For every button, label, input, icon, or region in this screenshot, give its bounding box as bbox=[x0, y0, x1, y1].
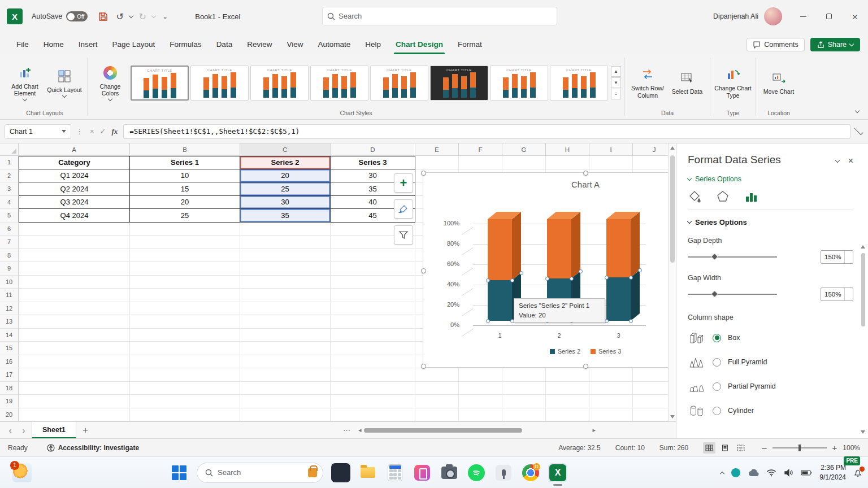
chart-plot-area[interactable]: 0%20%40%60%80%100%123 bbox=[423, 173, 676, 367]
legend-item-series-3[interactable]: Series 3 bbox=[591, 348, 621, 355]
battery-icon[interactable] bbox=[801, 469, 812, 476]
cell-D16[interactable] bbox=[331, 355, 415, 369]
series3-segment[interactable] bbox=[488, 219, 512, 280]
cell-B2[interactable]: 10 bbox=[130, 169, 240, 183]
cell-G1[interactable] bbox=[502, 156, 546, 169]
undo-button[interactable]: ↺ bbox=[112, 9, 127, 24]
shape-option-cylinder[interactable]: Cylinder bbox=[688, 403, 853, 419]
cell-A2[interactable]: Q1 2024 bbox=[19, 169, 130, 183]
row-header-19[interactable]: 19 bbox=[0, 395, 19, 408]
sheet-nav-right-icon[interactable]: › bbox=[18, 425, 29, 435]
taskbar-chrome[interactable]: D bbox=[521, 463, 540, 482]
series3-segment[interactable] bbox=[606, 219, 631, 277]
cell-B8[interactable] bbox=[130, 249, 240, 263]
cell-D15[interactable] bbox=[331, 342, 415, 355]
gallery-scroll-up-button[interactable]: ▲ bbox=[611, 66, 621, 77]
cell-B15[interactable] bbox=[130, 342, 240, 355]
scroll-left-icon[interactable]: ◂ bbox=[358, 426, 362, 434]
status-count[interactable]: Count: 10 bbox=[615, 444, 645, 452]
clock[interactable]: 2:36 PM 9/1/2024 bbox=[819, 463, 846, 481]
radio-cylinder[interactable] bbox=[713, 407, 721, 415]
legend-item-series-2[interactable]: Series 2 bbox=[550, 348, 580, 355]
chart-style-2[interactable]: Chart Title bbox=[190, 66, 249, 101]
cell-E19[interactable] bbox=[415, 395, 459, 408]
ribbon-tab-automate[interactable]: Automate bbox=[310, 36, 358, 54]
cell-A11[interactable] bbox=[19, 289, 130, 302]
collapse-ribbon-icon[interactable] bbox=[855, 108, 860, 113]
wifi-icon[interactable] bbox=[766, 469, 776, 477]
column-header-B[interactable]: B bbox=[130, 143, 240, 156]
cell-A4[interactable]: Q3 2024 bbox=[19, 196, 130, 210]
onedrive-icon[interactable] bbox=[748, 469, 759, 477]
zoom-in-icon[interactable]: + bbox=[832, 443, 837, 452]
cell-A14[interactable] bbox=[19, 329, 130, 342]
avatar[interactable] bbox=[764, 7, 782, 25]
row-header-20[interactable]: 20 bbox=[0, 408, 19, 422]
undo-dropdown-icon[interactable] bbox=[129, 13, 133, 18]
shape-option-full-pyramid[interactable]: Full Pyramid bbox=[688, 354, 853, 370]
cell-A9[interactable] bbox=[19, 262, 130, 276]
row-header-8[interactable]: 8 bbox=[0, 249, 19, 263]
chart-selection-handle[interactable] bbox=[583, 364, 588, 369]
cell-A1[interactable]: Category bbox=[19, 156, 130, 169]
cell-I19[interactable] bbox=[589, 395, 633, 408]
series2-segment[interactable] bbox=[606, 277, 631, 321]
gap-depth-slider[interactable] bbox=[688, 253, 777, 261]
cell-A12[interactable] bbox=[19, 302, 130, 316]
save-button[interactable] bbox=[96, 9, 110, 24]
row-header-1[interactable]: 1 bbox=[0, 156, 19, 169]
comments-button[interactable]: Comments bbox=[747, 38, 804, 51]
cell-C12[interactable] bbox=[240, 302, 331, 316]
cell-C19[interactable] bbox=[240, 395, 331, 408]
switch-row-column-button[interactable]: Switch Row/ Column bbox=[628, 64, 667, 101]
ribbon-tab-home[interactable]: Home bbox=[36, 36, 71, 54]
row-header-7[interactable]: 7 bbox=[0, 236, 19, 249]
section-series-options[interactable]: Series Options bbox=[688, 218, 853, 226]
row-header-13[interactable]: 13 bbox=[0, 315, 19, 329]
taskbar-camera[interactable] bbox=[440, 463, 459, 482]
row-header-5[interactable]: 5 bbox=[0, 209, 19, 223]
cell-B4[interactable]: 20 bbox=[130, 196, 240, 210]
chart-style-6[interactable]: Chart Title bbox=[430, 66, 488, 101]
redo-button[interactable]: ↻ bbox=[135, 9, 150, 24]
row-header-6[interactable]: 6 bbox=[0, 223, 19, 236]
series-options-icon[interactable] bbox=[744, 190, 758, 205]
chart-selection-handle[interactable] bbox=[583, 171, 588, 176]
row-header-15[interactable]: 15 bbox=[0, 342, 19, 355]
cell-B6[interactable] bbox=[130, 223, 240, 236]
row-header-9[interactable]: 9 bbox=[0, 262, 19, 276]
row-header-3[interactable]: 3 bbox=[0, 182, 19, 196]
sheet-nav-left-icon[interactable]: ‹ bbox=[5, 425, 16, 435]
gallery-scroll-down-button[interactable]: ▼ bbox=[611, 77, 621, 88]
chart-column-3[interactable] bbox=[606, 212, 640, 321]
row-header-17[interactable]: 17 bbox=[0, 368, 19, 382]
taskbar-app-terminal[interactable] bbox=[331, 463, 350, 482]
panel-nav-series-options[interactable]: Series Options bbox=[688, 175, 853, 183]
series2-segment[interactable] bbox=[488, 280, 512, 321]
cell-E1[interactable] bbox=[415, 156, 459, 169]
cell-B12[interactable] bbox=[130, 302, 240, 316]
cell-G20[interactable] bbox=[502, 408, 546, 422]
cell-F20[interactable] bbox=[459, 408, 502, 422]
accessibility-status[interactable]: Accessibility: Investigate bbox=[47, 444, 139, 452]
cell-C8[interactable] bbox=[240, 249, 331, 263]
cell-B9[interactable] bbox=[130, 262, 240, 276]
radio-partial-pyramid[interactable] bbox=[713, 382, 721, 391]
ribbon-tab-formulas[interactable]: Formulas bbox=[162, 36, 209, 54]
cell-C16[interactable] bbox=[240, 355, 331, 369]
column-header-D[interactable]: D bbox=[331, 143, 415, 156]
redo-dropdown-icon[interactable] bbox=[151, 13, 156, 18]
cell-B14[interactable] bbox=[130, 329, 240, 342]
change-colors-button[interactable]: Change Colors bbox=[91, 63, 129, 103]
chart-styles-button[interactable] bbox=[394, 199, 413, 219]
cell-F18[interactable] bbox=[459, 382, 502, 395]
cell-C18[interactable] bbox=[240, 382, 331, 395]
notification-center[interactable] bbox=[853, 468, 862, 477]
cell-A3[interactable]: Q2 2024 bbox=[19, 182, 130, 196]
cell-D19[interactable] bbox=[331, 395, 415, 408]
ribbon-tab-page-layout[interactable]: Page Layout bbox=[105, 36, 163, 54]
cell-F1[interactable] bbox=[459, 156, 502, 169]
cell-C17[interactable] bbox=[240, 368, 331, 382]
cell-C2[interactable]: 20 bbox=[240, 169, 331, 183]
chart-legend[interactable]: Series 2Series 3 bbox=[423, 348, 676, 355]
